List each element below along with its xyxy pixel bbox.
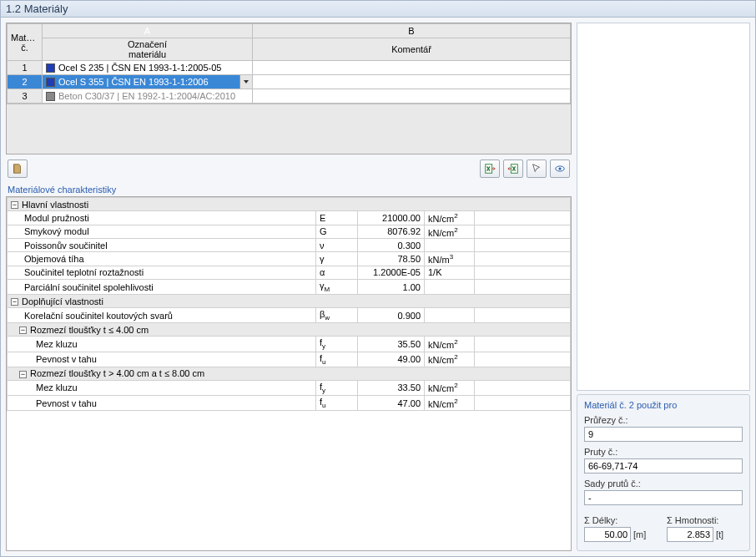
export-excel-button[interactable]	[503, 160, 523, 178]
view-button[interactable]	[550, 160, 570, 178]
props-section-title: Materiálové charakteristiky	[6, 180, 572, 196]
col-header-comment: Komentář	[253, 38, 571, 61]
sum-mass-field[interactable]	[667, 527, 713, 542]
group-row[interactable]: −Doplňující vlastnosti	[8, 295, 571, 308]
material-dropdown-button[interactable]	[239, 75, 252, 89]
materials-grid: Materiálč. A B Označenímateriálu Komentá…	[6, 23, 572, 154]
material-row[interactable]: 2 Ocel S 355 | ČSN EN 1993-1-1:2006	[8, 75, 571, 89]
prop-row: Mez kluzufy33.50kN/cm2	[8, 380, 571, 395]
sets-label: Sady prutů č.:	[584, 479, 743, 489]
color-swatch-icon	[46, 78, 55, 87]
material-cell-selected[interactable]: Ocel S 355 | ČSN EN 1993-1-1:2006	[43, 75, 253, 89]
row-index: 3	[8, 89, 43, 104]
subgroup-row[interactable]: −Rozmezí tloušťky t > 4.00 cm a t ≤ 8.00…	[8, 367, 571, 380]
content-area: Materiálč. A B Označenímateriálu Komentá…	[1, 18, 755, 556]
color-swatch-icon	[46, 63, 55, 73]
grid-empty-area	[7, 104, 571, 154]
comment-cell[interactable]	[253, 89, 571, 104]
subgroup-row[interactable]: −Rozmezí tloušťky t ≤ 4.00 cm	[8, 323, 571, 337]
material-cell[interactable]: Beton C30/37 | EN 1992-1-1:2004/AC:2010	[43, 89, 253, 104]
prop-row: Pevnost v tahufu47.00kN/cm2	[8, 395, 571, 410]
material-row[interactable]: 3 Beton C30/37 | EN 1992-1-1:2004/AC:201…	[8, 89, 571, 104]
preview-area	[577, 23, 750, 391]
materials-window: 1.2 Materiály Materiálč. A	[0, 0, 756, 557]
collapse-icon[interactable]: −	[19, 327, 27, 334]
prop-row: Smykový modulG8076.92kN/cm2	[8, 225, 571, 239]
import-excel-button[interactable]	[480, 160, 500, 178]
svg-point-3	[558, 167, 561, 170]
left-pane: Materiálč. A B Označenímateriálu Komentá…	[6, 23, 572, 551]
comment-cell[interactable]	[253, 61, 571, 75]
sections-label: Průřezy č.:	[584, 415, 743, 425]
book-icon	[12, 163, 23, 175]
collapse-icon[interactable]: −	[19, 371, 27, 378]
sum-length-field[interactable]	[584, 527, 631, 542]
prop-row: Objemová tíhaγ78.50kN/m3	[8, 252, 571, 266]
material-properties-grid: −Hlavní vlastnosti Modul pružnostiE21000…	[6, 196, 572, 551]
prop-row: Poissonův součinitelν0.300	[8, 239, 571, 252]
used-in-title: Materiál č. 2 použit pro	[584, 400, 743, 410]
grid-toolbar	[6, 154, 572, 180]
used-in-panel: Materiál č. 2 použit pro Průřezy č.: Pru…	[577, 394, 750, 551]
sections-field[interactable]	[584, 427, 743, 442]
prop-row: Mez kluzufy35.50kN/cm2	[8, 337, 571, 352]
comment-cell[interactable]	[253, 75, 571, 89]
col-letter-b[interactable]: B	[253, 24, 571, 38]
prop-row: Součinitel teplotní roztažnostiα1.2000E-…	[8, 266, 571, 279]
cursor-icon	[531, 163, 542, 175]
sum-mass-label: Σ Hmotnosti:	[667, 515, 743, 525]
library-button[interactable]	[8, 160, 28, 178]
excel-export-icon	[507, 163, 519, 175]
sum-mass-unit: [t]	[716, 529, 723, 539]
pick-button[interactable]	[527, 160, 547, 178]
window-title: 1.2 Materiály	[1, 1, 755, 18]
row-index: 1	[8, 61, 43, 75]
eye-icon	[554, 163, 566, 175]
col-letter-a[interactable]: A	[43, 24, 253, 38]
collapse-icon[interactable]: −	[11, 201, 18, 209]
color-swatch-icon	[46, 92, 55, 101]
sum-length-unit: [m]	[633, 529, 646, 539]
excel-import-icon	[484, 163, 496, 175]
prop-row: Korelační součinitel koutových svarůβw0.…	[8, 308, 571, 323]
grid-corner: Materiálč.	[8, 24, 43, 61]
material-cell[interactable]: Ocel S 235 | ČSN EN 1993-1-1:2005-05	[43, 61, 253, 75]
right-pane: Materiál č. 2 použit pro Průřezy č.: Pru…	[577, 23, 750, 551]
collapse-icon[interactable]: −	[11, 298, 18, 306]
members-field[interactable]	[584, 458, 743, 473]
prop-row: Pevnost v tahufu49.00kN/cm2	[8, 352, 571, 367]
material-row[interactable]: 1 Ocel S 235 | ČSN EN 1993-1-1:2005-05	[8, 61, 571, 75]
sum-length-label: Σ Délky:	[584, 515, 660, 525]
col-header-designation: Označenímateriálu	[43, 38, 253, 61]
members-label: Pruty č.:	[584, 447, 743, 457]
sets-field[interactable]	[584, 490, 743, 505]
prop-row: Modul pružnostiE21000.00kN/cm2	[8, 211, 571, 225]
row-index: 2	[8, 75, 43, 89]
group-row[interactable]: −Hlavní vlastnosti	[8, 198, 571, 211]
prop-row: Parciální součinitel spolehlivostiγM1.00	[8, 279, 571, 294]
